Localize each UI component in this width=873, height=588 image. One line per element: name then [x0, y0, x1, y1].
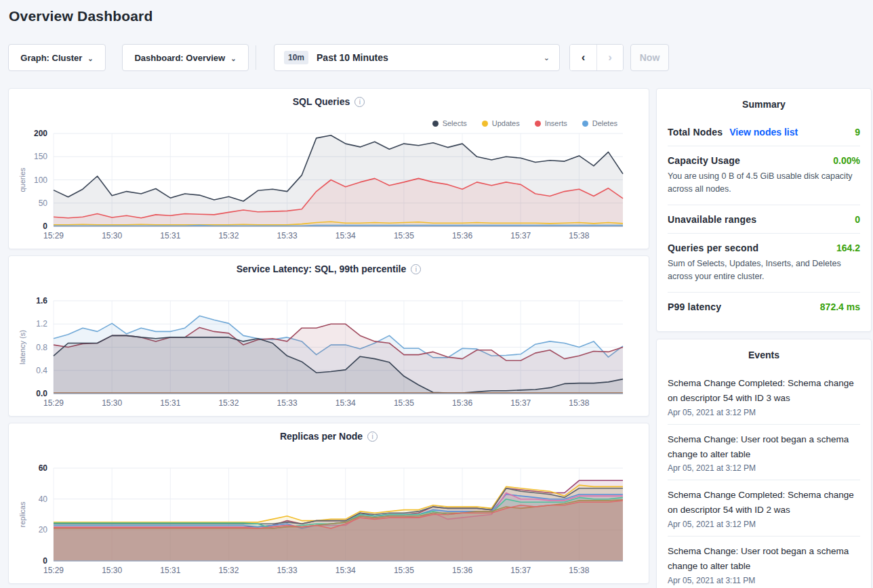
events-title: Events [668, 339, 860, 369]
replicas-per-node-chart-card: Replicas per Node i 020406015:2915:3015:… [8, 423, 649, 584]
svg-text:60: 60 [39, 463, 48, 473]
svg-text:50: 50 [39, 198, 48, 208]
svg-text:replicas: replicas [18, 501, 26, 527]
svg-text:15:31: 15:31 [160, 231, 180, 240]
svg-text:15:32: 15:32 [218, 398, 239, 408]
svg-text:100: 100 [34, 175, 47, 185]
events-panel: Events Schema Change Completed: Schema c… [656, 339, 872, 588]
summary-metric-value: 0 [855, 214, 860, 225]
summary-metric-label: Queries per second [668, 243, 758, 253]
view-nodes-list-link[interactable]: View nodes list [729, 127, 798, 138]
event-timestamp: Apr 05, 2021 at 3:12 PM [668, 520, 860, 529]
svg-text:15:31: 15:31 [160, 398, 180, 408]
svg-text:15:32: 15:32 [218, 231, 239, 240]
svg-text:1.6: 1.6 [36, 296, 47, 306]
dashboard-dropdown[interactable]: Dashboard: Overview ⌄ [122, 44, 249, 71]
summary-rows: Total NodesView nodes list9Capacity Usag… [668, 118, 860, 320]
chevron-left-icon: ‹ [582, 51, 586, 64]
chevron-down-icon: ⌄ [230, 55, 236, 62]
svg-text:15:35: 15:35 [394, 231, 414, 240]
info-icon[interactable]: i [367, 432, 378, 442]
svg-text:0: 0 [43, 556, 47, 566]
event-item[interactable]: Schema Change Completed: Schema change o… [668, 480, 860, 536]
svg-text:15:33: 15:33 [277, 398, 298, 408]
chart-title: Service Latency: SQL, 99th percentile [237, 264, 407, 274]
time-range-badge: 10m [284, 51, 308, 64]
chevron-down-icon: ⌄ [87, 55, 93, 62]
time-range-label: Past 10 Minutes [317, 52, 388, 63]
summary-metric-value: 0.00% [833, 155, 860, 166]
info-icon[interactable]: i [411, 264, 421, 274]
event-text: Schema Change Completed: Schema change o… [668, 488, 860, 518]
time-nav-arrows: ‹ › [569, 44, 624, 71]
svg-text:0: 0 [43, 222, 47, 231]
time-back-button[interactable]: ‹ [570, 45, 596, 70]
svg-text:0.0: 0.0 [36, 389, 47, 398]
svg-text:15:29: 15:29 [43, 231, 64, 240]
summary-metric-description: You are using 0 B of 4.5 GiB usable disk… [668, 170, 860, 196]
summary-title: Summary [668, 89, 860, 118]
svg-text:15:33: 15:33 [277, 566, 298, 575]
svg-text:200: 200 [34, 129, 47, 138]
summary-metric-value: 872.4 ms [820, 301, 860, 312]
summary-row: Total NodesView nodes list9 [668, 118, 860, 146]
event-item[interactable]: Schema Change: User root began a schema … [668, 424, 860, 480]
graph-dropdown-label: Graph: Cluster [20, 53, 82, 63]
svg-text:15:38: 15:38 [569, 566, 589, 575]
svg-text:15:30: 15:30 [102, 398, 122, 408]
svg-text:15:32: 15:32 [218, 566, 239, 575]
overview-dashboard-page: Overview Dashboard Graph: Cluster ⌄ Dash… [0, 0, 873, 588]
svg-text:15:29: 15:29 [43, 566, 64, 575]
event-text: Schema Change: User root began a schema … [668, 544, 860, 574]
time-forward-button[interactable]: › [596, 45, 623, 70]
chart-title: SQL Queries [293, 96, 350, 107]
svg-text:0.8: 0.8 [36, 343, 47, 352]
sql-queries-chart-card: SQL Queries i SelectsUpdatesInsertsDelet… [8, 88, 649, 249]
events-list: Schema Change Completed: Schema change o… [668, 369, 860, 588]
svg-text:15:37: 15:37 [510, 231, 531, 240]
time-range-selector[interactable]: 10m Past 10 Minutes ⌄ [274, 44, 560, 71]
svg-text:15:31: 15:31 [160, 566, 180, 575]
chevron-down-icon: ⌄ [544, 54, 550, 62]
svg-text:15:35: 15:35 [394, 566, 414, 575]
svg-text:0.4: 0.4 [36, 366, 47, 375]
chart-title: Replicas per Node [280, 431, 363, 442]
svg-text:15:35: 15:35 [394, 398, 414, 408]
summary-metric-label: Capacity Usage [668, 155, 740, 166]
replicas-per-node-chart: 020406015:2915:3015:3115:3215:3315:3415:… [9, 457, 650, 583]
dashboard-dropdown-label: Dashboard: Overview [134, 53, 225, 63]
summary-panel: Summary Total NodesView nodes list9Capac… [656, 88, 872, 332]
svg-text:15:34: 15:34 [336, 398, 356, 408]
summary-metric-label: P99 latency [668, 301, 721, 312]
summary-row: Unavailable ranges0 [668, 205, 860, 233]
graph-dropdown[interactable]: Graph: Cluster ⌄ [8, 44, 106, 71]
event-timestamp: Apr 05, 2021 at 3:11 PM [668, 576, 860, 585]
svg-text:1.2: 1.2 [36, 319, 47, 329]
summary-row: Capacity Usage0.00%You are using 0 B of … [668, 146, 860, 205]
svg-text:15:34: 15:34 [336, 231, 356, 240]
page-title: Overview Dashboard [9, 8, 153, 24]
event-item[interactable]: Schema Change Completed: Schema change o… [668, 369, 860, 424]
event-item[interactable]: Schema Change: User root began a schema … [668, 536, 860, 588]
svg-text:15:36: 15:36 [452, 398, 472, 408]
service-latency-chart: 0.00.40.81.21.615:2915:3015:3115:3215:33… [9, 290, 650, 415]
svg-text:15:30: 15:30 [102, 566, 122, 575]
now-button[interactable]: Now [630, 44, 669, 71]
svg-text:150: 150 [34, 152, 47, 161]
chevron-right-icon: › [608, 51, 612, 64]
svg-text:15:37: 15:37 [510, 566, 531, 575]
svg-text:15:30: 15:30 [102, 231, 122, 240]
info-icon[interactable]: i [354, 97, 365, 107]
event-timestamp: Apr 05, 2021 at 3:12 PM [668, 408, 860, 417]
sql-queries-chart: 05010015020015:2915:3015:3115:3215:3315:… [9, 123, 650, 248]
svg-text:20: 20 [39, 525, 48, 534]
summary-row: P99 latency872.4 ms [668, 292, 860, 320]
svg-text:15:33: 15:33 [277, 231, 298, 240]
svg-text:40: 40 [39, 495, 48, 504]
event-text: Schema Change Completed: Schema change o… [668, 376, 860, 406]
summary-metric-label: Unavailable ranges [668, 214, 756, 225]
svg-text:15:34: 15:34 [336, 566, 356, 575]
service-latency-chart-card: Service Latency: SQL, 99th percentile i … [8, 255, 649, 417]
event-timestamp: Apr 05, 2021 at 3:12 PM [668, 463, 860, 473]
toolbar: Graph: Cluster ⌄ Dashboard: Overview ⌄ 1… [8, 44, 669, 71]
